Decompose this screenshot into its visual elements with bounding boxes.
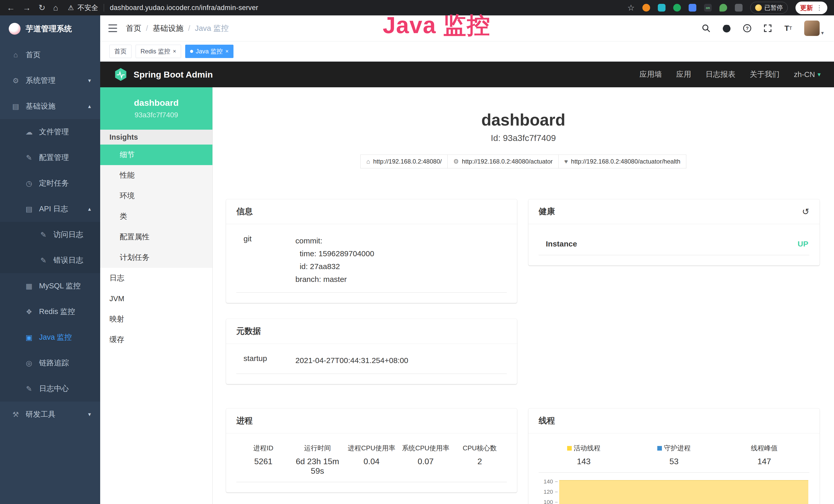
top-header: 首页 基础设施 Java 监控 ? TT xyxy=(100,16,834,41)
actuator-url-button[interactable]: ⚙ http://192.168.0.2:48080/actuator xyxy=(447,155,559,168)
sidebar-item-label: 配置管理 xyxy=(39,153,69,163)
sidebar-item-dev-tools[interactable]: ⚒ 研发工具 ▾ xyxy=(0,402,100,427)
reload-button[interactable]: ↻ xyxy=(39,4,45,12)
back-button[interactable]: ← xyxy=(7,4,15,12)
browser-menu-icon[interactable]: ⋮ xyxy=(816,4,823,12)
sidebar-item-system-management[interactable]: ⚙ 系统管理 ▾ xyxy=(0,68,100,93)
sba-nav-wallboard[interactable]: 应用墙 xyxy=(640,69,662,79)
sba-brand[interactable]: Spring Boot Admin xyxy=(113,67,213,82)
sidebar-item-label: 研发工具 xyxy=(26,409,56,419)
sidebar-item-home[interactable]: ⌂ 首页 xyxy=(0,42,100,68)
instance-menu-classes[interactable]: 类 xyxy=(100,206,213,227)
stat-daemon-threads: 守护进程 53 xyxy=(629,444,719,466)
home-button[interactable]: ⌂ xyxy=(53,4,58,12)
legend-yellow-swatch xyxy=(567,446,572,451)
sidebar-item-infrastructure[interactable]: ▤ 基础设施 ▴ xyxy=(0,93,100,119)
sidebar-item-label: MySQL 监控 xyxy=(39,281,81,291)
instance-menu-logs[interactable]: 日志 xyxy=(100,268,213,288)
instance-menu-jvm[interactable]: JVM xyxy=(100,288,213,309)
sidebar-item-log-center[interactable]: ✎ 日志中心 xyxy=(0,376,100,402)
instance-links: ⌂ http://192.168.0.2:48080/ ⚙ http://192… xyxy=(213,155,834,168)
app-title: 芋道管理系统 xyxy=(26,24,72,34)
tab-java-monitor[interactable]: Java 监控 × xyxy=(185,45,234,58)
svg-text:?: ? xyxy=(746,26,748,31)
breadcrumb-item[interactable]: 首页 xyxy=(126,23,153,33)
instance-menu-config-props[interactable]: 配置属性 xyxy=(100,227,213,247)
fullscreen-icon[interactable] xyxy=(763,24,772,33)
extension-icon[interactable] xyxy=(735,4,743,12)
health-url-button[interactable]: ♥ http://192.168.0.2:48080/actuator/heal… xyxy=(558,155,686,168)
language-selector[interactable]: zh-CN ▾ xyxy=(794,70,821,79)
instance-sidebar: dashboard 93a3fc7f7409 Insights 细节 性能 环境… xyxy=(100,87,213,504)
paused-badge[interactable]: 已暂停 xyxy=(750,2,788,14)
chevron-down-icon: ▾ xyxy=(88,411,91,418)
sidebar-item-file-management[interactable]: ☁ 文件管理 xyxy=(0,119,100,145)
instance-menu-environment[interactable]: 环境 xyxy=(100,186,213,206)
font-size-icon[interactable]: TT xyxy=(784,24,793,33)
breadcrumb-item[interactable]: 基础设施 xyxy=(153,23,195,33)
extension-icon[interactable] xyxy=(658,4,665,12)
address-bar[interactable]: ⚠ 不安全 dashboard.yudao.iocoder.cn/infra/a… xyxy=(68,3,258,12)
sidebar-item-api-logs[interactable]: ▤ API 日志 ▴ xyxy=(0,196,100,222)
sba-nav-journal[interactable]: 日志报表 xyxy=(706,69,736,79)
instance-menu-mappings[interactable]: 映射 xyxy=(100,309,213,329)
sidebar-item-access-logs[interactable]: ✎ 访问日志 xyxy=(0,222,100,248)
active-tab-dot-icon xyxy=(190,50,193,53)
language-label: zh-CN xyxy=(794,70,815,79)
github-icon[interactable] xyxy=(722,24,731,33)
sba-nav-about[interactable]: 关于我们 xyxy=(750,69,780,79)
sidebar-item-tracing[interactable]: ◎ 链路追踪 xyxy=(0,350,100,376)
home-icon: ⌂ xyxy=(11,51,20,59)
extension-icon[interactable] xyxy=(688,4,696,12)
sidebar-item-java-monitor[interactable]: ▣ Java 监控 xyxy=(0,324,100,350)
health-card: 健康 ↺ Instance UP xyxy=(528,199,820,266)
extension-icon[interactable] xyxy=(673,4,681,12)
stat-cpu-cores: CPU核心数 2 xyxy=(453,444,507,476)
tab-redis-monitor[interactable]: Redis 监控 × xyxy=(136,45,181,58)
tab-label: Redis 监控 xyxy=(140,47,170,55)
app-logo xyxy=(9,23,21,35)
sidebar-item-redis-monitor[interactable]: ❖ Redis 监控 xyxy=(0,299,100,324)
user-avatar[interactable] xyxy=(804,21,820,36)
extension-icon[interactable] xyxy=(642,4,650,12)
sidebar-item-scheduled-tasks[interactable]: ◷ 定时任务 xyxy=(0,170,100,196)
document-icon: ✎ xyxy=(39,256,48,265)
chevron-down-icon: ▾ xyxy=(88,77,91,84)
extension-icon[interactable] xyxy=(720,4,727,12)
tab-home[interactable]: 首页 xyxy=(109,45,132,58)
sba-nav-applications[interactable]: 应用 xyxy=(676,69,691,79)
close-icon[interactable]: × xyxy=(225,48,228,54)
forward-button[interactable]: → xyxy=(23,4,31,12)
tags-view-bar: 首页 Redis 监控 × Java 监控 × xyxy=(100,41,834,62)
help-icon[interactable]: ? xyxy=(743,24,752,33)
y-tick-label: 100 xyxy=(539,499,553,504)
sidebar-item-label: Redis 监控 xyxy=(39,306,75,317)
threads-card-title: 线程 xyxy=(539,415,555,427)
sidebar-item-mysql-monitor[interactable]: ▦ MySQL 监控 xyxy=(0,273,100,299)
search-icon[interactable] xyxy=(701,24,711,33)
instance-menu-details[interactable]: 细节 xyxy=(100,144,213,165)
history-icon[interactable]: ↺ xyxy=(802,206,810,217)
service-url-button[interactable]: ⌂ http://192.168.0.2:48080/ xyxy=(360,155,447,168)
instance-menu-scheduled-tasks[interactable]: 计划任务 xyxy=(100,247,213,268)
gear-icon: ⚙ xyxy=(11,76,20,85)
y-tick-label: 120 xyxy=(539,488,553,495)
bookmark-star-icon[interactable]: ☆ xyxy=(627,4,635,12)
extension-on-icon[interactable]: on xyxy=(704,4,712,12)
update-button[interactable]: 更新 ⋮ xyxy=(795,2,827,14)
instance-menu-performance[interactable]: 性能 xyxy=(100,165,213,186)
info-card: 信息 git commit: time: 1596289704000 id: 2… xyxy=(226,199,517,303)
hamburger-menu-icon[interactable] xyxy=(108,24,117,32)
process-card-title: 进程 xyxy=(236,415,253,427)
close-icon[interactable]: × xyxy=(173,48,176,54)
instance-menu-caches[interactable]: 缓存 xyxy=(100,329,213,350)
instance-id: 93a3fc7f7409 xyxy=(135,111,178,119)
info-key: git xyxy=(236,234,295,286)
sidebar-item-error-logs[interactable]: ✎ 错误日志 xyxy=(0,248,100,273)
legend-blue-swatch xyxy=(657,446,662,451)
sidebar-item-config-management[interactable]: ✎ 配置管理 xyxy=(0,145,100,170)
stat-live-threads: 活动线程 143 xyxy=(539,444,629,466)
chevron-up-icon: ▴ xyxy=(88,103,91,110)
app-logo-row[interactable]: 芋道管理系统 xyxy=(0,16,100,42)
info-card-title: 信息 xyxy=(236,206,253,217)
